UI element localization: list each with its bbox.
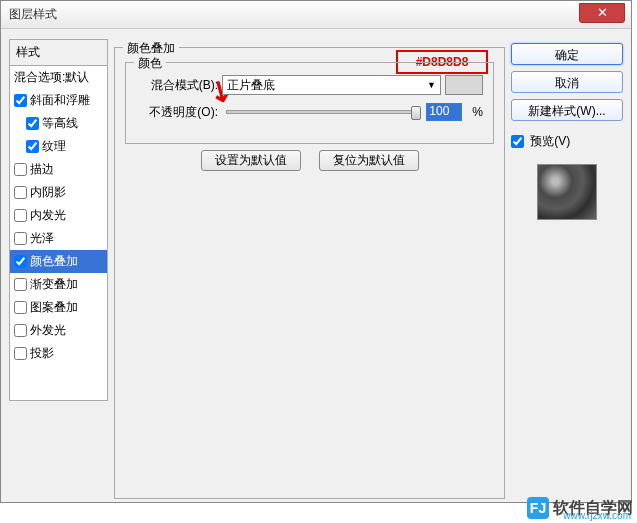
new-style-button[interactable]: 新建样式(W)... xyxy=(511,99,623,121)
close-button[interactable]: ✕ xyxy=(579,3,625,23)
preview-label: 预览(V) xyxy=(530,134,570,148)
style-checkbox[interactable] xyxy=(26,117,39,130)
watermark-logo: FJ xyxy=(527,497,549,519)
style-checkbox[interactable] xyxy=(14,163,27,176)
styles-header: 样式 xyxy=(9,39,108,65)
preview-thumbnail xyxy=(537,164,597,220)
opacity-row: 不透明度(O): 100 % xyxy=(136,103,483,121)
style-item[interactable]: 斜面和浮雕 xyxy=(10,89,107,112)
opacity-slider[interactable] xyxy=(226,110,418,114)
style-label: 外发光 xyxy=(30,323,66,337)
action-column: 确定 取消 新建样式(W)... 预览(V) xyxy=(511,39,623,494)
titlebar[interactable]: 图层样式 ✕ xyxy=(1,1,631,29)
style-label: 内阴影 xyxy=(30,185,66,199)
style-label: 斜面和浮雕 xyxy=(30,93,90,107)
preview-checkbox[interactable] xyxy=(511,135,524,148)
blend-mode-row: 混合模式(B): 正片叠底 ▼ xyxy=(136,75,483,95)
cancel-button[interactable]: 取消 xyxy=(511,71,623,93)
opacity-input[interactable]: 100 xyxy=(426,103,462,121)
style-label: 光泽 xyxy=(30,231,54,245)
slider-thumb[interactable] xyxy=(411,106,421,120)
make-default-button[interactable]: 设置为默认值 xyxy=(201,150,301,171)
style-checkbox[interactable] xyxy=(14,94,27,107)
style-label: 图案叠加 xyxy=(30,300,78,314)
reset-default-button[interactable]: 复位为默认值 xyxy=(319,150,419,171)
preview-row: 预览(V) xyxy=(511,133,623,150)
color-group-title: 颜色 xyxy=(134,55,166,72)
style-label: 描边 xyxy=(30,162,54,176)
style-checkbox[interactable] xyxy=(14,278,27,291)
ok-button[interactable]: 确定 xyxy=(511,43,623,65)
style-item[interactable]: 内发光 xyxy=(10,204,107,227)
color-swatch[interactable] xyxy=(445,75,483,95)
style-label: 渐变叠加 xyxy=(30,277,78,291)
styles-column: 样式 混合选项:默认斜面和浮雕等高线纹理描边内阴影内发光光泽颜色叠加渐变叠加图案… xyxy=(9,39,108,494)
style-checkbox[interactable] xyxy=(14,347,27,360)
watermark: FJ 软件自学网 www.rjzxw.com xyxy=(527,497,633,519)
blend-mode-value: 正片叠底 xyxy=(227,77,275,94)
styles-list: 混合选项:默认斜面和浮雕等高线纹理描边内阴影内发光光泽颜色叠加渐变叠加图案叠加外… xyxy=(9,65,108,401)
settings-column: 颜色叠加 #D8D8D8 ↘ 颜色 混合模式(B): 正片叠底 ▼ 不透明度 xyxy=(114,39,505,494)
style-label: 投影 xyxy=(30,346,54,360)
style-item[interactable]: 渐变叠加 xyxy=(10,273,107,296)
style-item[interactable]: 颜色叠加 xyxy=(10,250,107,273)
style-label: 内发光 xyxy=(30,208,66,222)
style-label: 等高线 xyxy=(42,116,78,130)
style-label: 颜色叠加 xyxy=(30,254,78,268)
style-item[interactable]: 混合选项:默认 xyxy=(10,66,107,89)
style-item[interactable]: 内阴影 xyxy=(10,181,107,204)
style-checkbox[interactable] xyxy=(14,209,27,222)
style-item[interactable]: 图案叠加 xyxy=(10,296,107,319)
style-checkbox[interactable] xyxy=(14,186,27,199)
style-label: 纹理 xyxy=(42,139,66,153)
style-item[interactable]: 投影 xyxy=(10,342,107,365)
overlay-group: 颜色叠加 #D8D8D8 ↘ 颜色 混合模式(B): 正片叠底 ▼ 不透明度 xyxy=(114,47,505,499)
style-item[interactable]: 纹理 xyxy=(10,135,107,158)
window-title: 图层样式 xyxy=(9,6,57,23)
style-checkbox[interactable] xyxy=(14,324,27,337)
watermark-url: www.rjzxw.com xyxy=(563,510,631,521)
opacity-unit: % xyxy=(472,105,483,119)
chevron-down-icon: ▼ xyxy=(427,80,436,90)
style-checkbox[interactable] xyxy=(14,255,27,268)
style-item[interactable]: 光泽 xyxy=(10,227,107,250)
opacity-label: 不透明度(O): xyxy=(136,104,218,121)
style-checkbox[interactable] xyxy=(14,301,27,314)
blend-mode-label: 混合模式(B): xyxy=(136,77,218,94)
blend-mode-select[interactable]: 正片叠底 ▼ xyxy=(222,75,441,95)
default-buttons-row: 设置为默认值 复位为默认值 xyxy=(125,150,494,171)
style-item[interactable]: 等高线 xyxy=(10,112,107,135)
style-checkbox[interactable] xyxy=(14,232,27,245)
style-item[interactable]: 外发光 xyxy=(10,319,107,342)
style-item[interactable]: 描边 xyxy=(10,158,107,181)
style-checkbox[interactable] xyxy=(26,140,39,153)
layer-style-dialog: 图层样式 ✕ 样式 混合选项:默认斜面和浮雕等高线纹理描边内阴影内发光光泽颜色叠… xyxy=(0,0,632,503)
style-label: 混合选项:默认 xyxy=(14,70,89,84)
color-group: 颜色 混合模式(B): 正片叠底 ▼ 不透明度(O): xyxy=(125,62,494,144)
